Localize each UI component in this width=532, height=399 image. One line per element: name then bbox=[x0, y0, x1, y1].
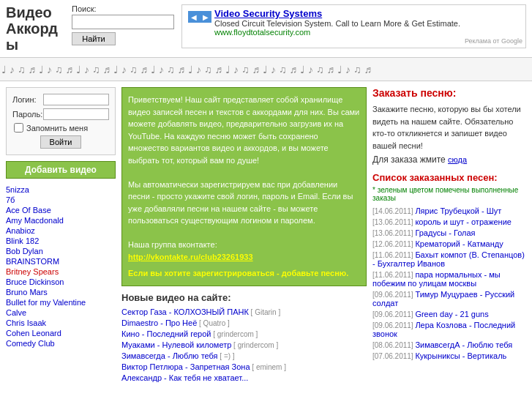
orders-note: * зеленым цветом помечены выполненные за… bbox=[372, 186, 526, 202]
list-item: [09.06.2011] Лера Козлова - Последний зв… bbox=[372, 321, 526, 338]
list-item: Chris Isaak bbox=[6, 318, 116, 328]
search-input[interactable] bbox=[72, 15, 174, 29]
video-link[interactable]: Александр - Как тебя не хватает... bbox=[121, 373, 248, 382]
order-link-item[interactable]: Крематорий - Катманду bbox=[415, 239, 503, 248]
artist-link[interactable]: Blink 182 bbox=[6, 236, 39, 245]
artist-link[interactable]: BRAINSTORM bbox=[6, 257, 59, 266]
logo-area: ВидеоАккорды bbox=[6, 4, 64, 53]
login-box: Логин: Пароль: Запомнить меня Войти bbox=[6, 87, 116, 155]
list-item: Александр - Как тебя не хватает... bbox=[121, 373, 367, 382]
artist-link[interactable]: Bob Dylan bbox=[6, 247, 43, 256]
artist-link[interactable]: Britney Spears bbox=[6, 267, 59, 276]
artist-link[interactable]: Ace Of Base bbox=[6, 206, 51, 215]
order-link-item[interactable]: ЗимавсегдА - Люблю тебя bbox=[415, 340, 512, 349]
artist-link[interactable]: Bruce Dickinson bbox=[6, 277, 64, 286]
music-note-19: ♫ bbox=[167, 64, 175, 75]
list-item: [13.06.2011] Градусы - Голая bbox=[372, 228, 526, 237]
artist-link[interactable]: Calve bbox=[6, 308, 26, 317]
artist-link[interactable]: Anabioz bbox=[6, 226, 35, 235]
list-item: [14.06.2011] Лярис Трубецкой - Шут bbox=[372, 206, 526, 215]
login-label: Логин: bbox=[12, 95, 43, 104]
order-link-item[interactable]: Кукрыниксы - Вертикаль bbox=[415, 351, 506, 360]
order-song-title: Заказать песню: bbox=[372, 87, 526, 99]
artist-link[interactable]: Amy Macdonald bbox=[6, 216, 64, 225]
music-note-29: ♩ bbox=[263, 64, 268, 75]
music-note-6: ♪ bbox=[47, 64, 52, 75]
music-note-39: ♫ bbox=[353, 64, 361, 75]
password-label: Пароль: bbox=[12, 110, 43, 119]
music-note-22: ♪ bbox=[196, 64, 201, 75]
music-note-2: ♪ bbox=[10, 64, 15, 75]
welcome-text-2: Мы автоматически зарегистрируем вас при … bbox=[128, 179, 360, 227]
ad-content: Video Security Systems Closed Circuit Te… bbox=[214, 8, 460, 37]
list-item: [07.06.2011] Кукрыниксы - Вертикаль bbox=[372, 351, 526, 360]
artist-list: 5nizza7бAce Of BaseAmy MacdonaldAnabiozB… bbox=[6, 184, 116, 348]
new-videos-title: Новые видео на сайте: bbox=[121, 292, 367, 303]
new-videos-list: Сектор Газа - КОЛХОЗНЫЙ ПАНК [ Gitarin ]… bbox=[121, 307, 367, 382]
video-link[interactable]: Кино - Последний герой bbox=[121, 329, 211, 338]
login-row: Логин: bbox=[12, 94, 109, 105]
music-note-33: ♩ bbox=[300, 64, 305, 75]
vk-text-label: Наша группа вконтакте: bbox=[128, 240, 217, 249]
ad-prev-button[interactable]: ◀ bbox=[188, 11, 200, 23]
add-video-button[interactable]: Добавить видео bbox=[6, 161, 116, 179]
music-note-30: ♪ bbox=[271, 64, 276, 75]
video-link[interactable]: Сектор Газа - КОЛХОЗНЫЙ ПАНК bbox=[121, 307, 249, 316]
order-link-item[interactable]: Градусы - Голая bbox=[415, 228, 475, 237]
order-date: [13.06.2011] bbox=[372, 218, 415, 226]
music-note-36: ♬ bbox=[327, 64, 335, 75]
music-note-20: ♬ bbox=[178, 64, 186, 75]
order-date: [09.06.2011] bbox=[372, 291, 415, 299]
list-item: Bob Dylan bbox=[6, 246, 116, 256]
music-note-35: ♫ bbox=[316, 64, 324, 75]
welcome-text-1: Приветствуем! Наш сайт представляет собо… bbox=[128, 94, 360, 166]
list-item: Bruno Mars bbox=[6, 287, 116, 297]
welcome-vk-text: Наша группа вконтакте: http://vkontakte.… bbox=[128, 239, 360, 263]
order-date: [09.06.2011] bbox=[372, 321, 415, 329]
order-link-item[interactable]: Лярис Трубецкой - Шут bbox=[415, 206, 501, 215]
order-link-item[interactable]: Green day - 21 guns bbox=[415, 310, 488, 318]
list-item: 5nizza bbox=[6, 184, 116, 195]
ad-next-button[interactable]: ▶ bbox=[200, 11, 211, 23]
music-note-23: ♫ bbox=[204, 64, 212, 75]
order-date: [14.06.2011] bbox=[372, 207, 415, 215]
tag-label: [ grindercom ] bbox=[211, 330, 258, 338]
remember-checkbox[interactable] bbox=[14, 123, 23, 133]
video-link[interactable]: Муаками - Нулевой километр bbox=[121, 340, 231, 349]
list-item: Bullet for my Valentine bbox=[6, 297, 116, 307]
order-link-anchor[interactable]: сюда bbox=[448, 155, 467, 164]
login-input[interactable] bbox=[43, 94, 109, 105]
order-date: [08.06.2011] bbox=[372, 341, 415, 349]
login-button[interactable]: Войти bbox=[40, 135, 82, 149]
artist-link[interactable]: Cohen Leonard bbox=[6, 329, 61, 338]
list-item: Dimaestro - Про Неё [ Quatro ] bbox=[121, 318, 367, 327]
list-item: BRAINSTORM bbox=[6, 256, 116, 266]
list-item: [11.06.2011] пара нормальных - мы побежи… bbox=[372, 270, 526, 288]
order-link-item[interactable]: король и шут - отражение bbox=[415, 217, 512, 226]
artist-link[interactable]: 7б bbox=[6, 195, 15, 204]
list-item: Виктор Петлюра - Запретная Зона [ eminem… bbox=[121, 362, 367, 371]
music-note-10: ♪ bbox=[84, 64, 89, 75]
list-item: 7б bbox=[6, 195, 116, 205]
tag-label: [ =) ] bbox=[218, 352, 235, 360]
video-link[interactable]: Зимавсегда - Люблю тебя bbox=[121, 351, 218, 360]
artist-link[interactable]: Bullet for my Valentine bbox=[6, 298, 86, 307]
music-note-7: ♫ bbox=[55, 64, 63, 75]
ad-title[interactable]: Video Security Systems bbox=[214, 8, 460, 19]
vk-link[interactable]: http://vkontakte.ru/club23261933 bbox=[128, 253, 253, 261]
search-button[interactable]: Найти bbox=[72, 32, 116, 45]
video-link[interactable]: Dimaestro - Про Неё bbox=[121, 318, 197, 327]
artist-link[interactable]: 5nizza bbox=[6, 185, 29, 194]
left-sidebar: Логин: Пароль: Запомнить меня Войти Доба… bbox=[6, 87, 116, 384]
orders-entries: [14.06.2011] Лярис Трубецкой - Шут[13.06… bbox=[372, 206, 526, 360]
tag-label: [ grindercom ] bbox=[231, 341, 278, 349]
video-link[interactable]: Виктор Петлюра - Запретная Зона bbox=[121, 362, 250, 371]
music-note-13: ♩ bbox=[113, 64, 119, 75]
music-note-31: ♫ bbox=[279, 64, 287, 75]
password-input[interactable] bbox=[43, 108, 109, 120]
music-note-8: ♬ bbox=[66, 64, 74, 75]
artist-link[interactable]: Bruno Mars bbox=[6, 288, 48, 297]
music-note-34: ♪ bbox=[308, 64, 313, 75]
artist-link[interactable]: Chris Isaak bbox=[6, 318, 46, 327]
artist-link[interactable]: Comedy Club bbox=[6, 339, 55, 348]
